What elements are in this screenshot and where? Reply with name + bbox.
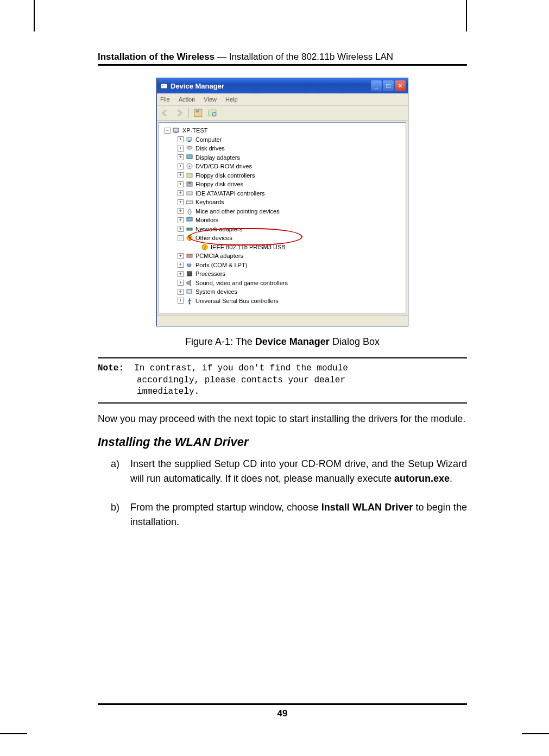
collapse-icon[interactable]: − — [165, 128, 171, 134]
computer-root-icon — [173, 127, 180, 134]
tree-item-usb[interactable]: +Universal Serial Bus controllers — [170, 297, 403, 306]
header-bold: Installation of the Wireless — [98, 52, 214, 62]
tree-item-display[interactable]: +Display adapters — [170, 153, 403, 162]
toolbar-divider — [188, 108, 189, 118]
list-b-bold: Install WLAN Driver — [321, 502, 413, 513]
svg-rect-7 — [174, 133, 178, 133]
tree-label: Processors — [195, 269, 225, 279]
running-header: Installation of the Wireless — Installat… — [98, 52, 467, 62]
svg-rect-21 — [187, 228, 192, 230]
crop-marks-top — [0, 0, 549, 38]
dvd-icon — [186, 162, 193, 170]
svg-rect-27 — [187, 272, 192, 276]
forward-icon[interactable] — [174, 108, 184, 118]
list-a-bold: autorun.exe — [394, 473, 450, 484]
usb-icon — [186, 297, 193, 305]
properties-icon[interactable] — [193, 108, 203, 118]
tree-item-processors[interactable]: +Processors — [170, 269, 403, 279]
note-line1: In contrast, if you don't find the modul… — [134, 363, 348, 373]
tree-item-computer[interactable]: +Computer — [170, 135, 403, 144]
tree-label: Universal Serial Bus controllers — [195, 297, 279, 306]
expand-icon[interactable]: + — [178, 280, 184, 286]
svg-rect-11 — [187, 155, 192, 159]
tree-item-monitors[interactable]: +Monitors — [170, 216, 403, 225]
disk-icon — [186, 144, 193, 152]
other-devices-icon: ? — [186, 234, 193, 242]
expand-icon[interactable]: + — [178, 271, 184, 277]
expand-icon[interactable]: + — [178, 136, 184, 142]
page-number: 49 — [98, 708, 467, 719]
expand-icon[interactable]: + — [178, 226, 184, 232]
close-button[interactable]: × — [395, 80, 406, 91]
tree-item-ide[interactable]: +IDE ATA/ATAPI controllers — [170, 189, 403, 198]
tree-label: Floppy disk drives — [195, 180, 243, 189]
refresh-icon[interactable] — [207, 108, 217, 118]
tree-item-other-child[interactable]: ?IEEE 802.11b PRISM3 USB — [170, 243, 403, 252]
note-line2: accordingly, please contacts your dealer — [137, 375, 467, 387]
menu-help[interactable]: Help — [225, 96, 238, 103]
crop-mark — [34, 0, 35, 32]
expand-icon[interactable]: + — [178, 190, 184, 196]
tree-label: Sound, video and game controllers — [195, 279, 288, 288]
figure-caption-suffix: Dialog Box — [330, 336, 380, 347]
computer-icon — [186, 136, 193, 143]
expand-icon[interactable]: + — [178, 217, 184, 223]
expand-icon[interactable]: + — [178, 172, 184, 178]
expand-icon[interactable]: + — [178, 163, 184, 169]
window-titlebar: Device Manager _ □ × — [157, 78, 408, 93]
tree-item-floppy-ctrl[interactable]: +Floppy disk controllers — [170, 171, 403, 180]
tree-item-pcmcia[interactable]: +PCMCIA adapters — [170, 251, 403, 261]
list-letter-a: a) — [111, 457, 130, 486]
header-sep: — — [214, 52, 229, 62]
expand-icon[interactable]: + — [178, 262, 184, 268]
tree-label: Mice and other pointing devices — [195, 207, 280, 216]
device-tree: − XP-TEST +Computer +Disk drives +Displa… — [159, 122, 406, 313]
tree-item-system[interactable]: +System devices — [170, 287, 403, 297]
svg-rect-17 — [187, 192, 192, 195]
tree-item-network[interactable]: +Network adapters — [170, 225, 403, 234]
processor-icon — [186, 270, 193, 278]
svg-rect-0 — [161, 84, 167, 89]
tree-item-ports[interactable]: +Ports (COM & LPT) — [170, 261, 403, 270]
network-icon — [186, 225, 193, 233]
pcmcia-icon — [186, 252, 193, 260]
expand-icon[interactable]: + — [178, 298, 184, 304]
expand-icon[interactable]: + — [178, 253, 184, 259]
maximize-button[interactable]: □ — [383, 80, 394, 91]
menu-view[interactable]: View — [204, 96, 217, 103]
tree-label: Disk drives — [195, 144, 225, 153]
tree-item-other[interactable]: −?Other devices — [170, 234, 403, 243]
svg-rect-9 — [188, 141, 191, 142]
minimize-button[interactable]: _ — [371, 80, 382, 91]
collapse-icon[interactable]: − — [178, 235, 184, 241]
menu-file[interactable]: File — [160, 96, 170, 103]
expand-icon[interactable]: + — [178, 208, 184, 214]
menu-bar: File Action View Help — [157, 93, 408, 105]
back-icon[interactable] — [160, 108, 170, 118]
tree-item-keyboards[interactable]: +Keyboards — [170, 198, 403, 207]
figure-caption-bold: Device Manager — [255, 336, 330, 347]
svg-rect-20 — [187, 217, 192, 221]
tree-item-disk[interactable]: +Disk drives — [170, 144, 403, 153]
svg-rect-14 — [187, 173, 192, 178]
tree-item-sound[interactable]: +Sound, video and game controllers — [170, 279, 403, 288]
page-content: Installation of the Wireless — Installat… — [98, 52, 467, 544]
tree-item-dvd[interactable]: +DVD/CD-ROM drives — [170, 162, 403, 171]
svg-text:?: ? — [204, 245, 206, 250]
tree-item-floppy-drv[interactable]: +Floppy disk drives — [170, 180, 403, 189]
expand-icon[interactable]: + — [178, 199, 184, 205]
svg-text:?: ? — [188, 236, 191, 241]
list-body-a: Insert the supplied Setup CD into your C… — [130, 457, 467, 486]
expand-icon[interactable]: + — [178, 146, 184, 152]
unknown-device-icon: ? — [201, 243, 209, 251]
expand-icon[interactable]: + — [178, 289, 184, 295]
menu-action[interactable]: Action — [179, 96, 195, 103]
expand-icon[interactable]: + — [178, 154, 184, 160]
tree-root-node[interactable]: − XP-TEST — [165, 126, 403, 135]
tree-item-mice[interactable]: +Mice and other pointing devices — [170, 207, 403, 216]
tree-label: Keyboards — [195, 198, 224, 207]
note-label: Note: — [98, 363, 124, 373]
svg-rect-3 — [196, 111, 199, 112]
svg-rect-8 — [187, 137, 192, 141]
expand-icon[interactable]: + — [178, 181, 184, 187]
